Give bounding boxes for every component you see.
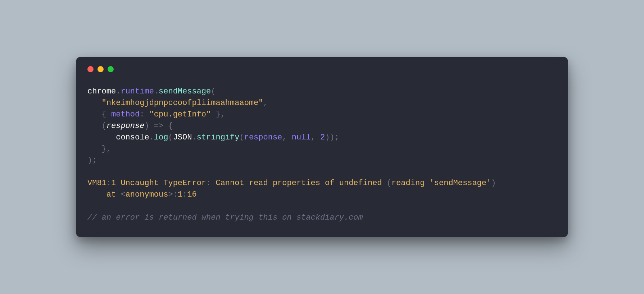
token-punc: ( (387, 179, 391, 188)
token-punc: > (168, 190, 173, 199)
space (149, 121, 154, 130)
token-punc: ( (211, 87, 216, 96)
token-call: stringify (197, 133, 240, 142)
token-prop: runtime (121, 87, 154, 96)
token-ident: chrome (87, 87, 116, 96)
token-punc: : (106, 179, 111, 188)
indent (87, 144, 102, 153)
token-ident: JSON (173, 133, 192, 142)
token-punc: ) (144, 121, 149, 130)
token-punc: ); (87, 156, 97, 165)
token-ident: console (116, 133, 149, 142)
indent (87, 121, 102, 130)
token-null: null (292, 133, 311, 142)
token-punc: , (263, 98, 268, 107)
token-call: sendMessage (159, 87, 211, 96)
token-error: reading (391, 179, 430, 188)
space (287, 133, 292, 142)
token-punc: ) (491, 179, 496, 188)
token-punc: )); (325, 133, 339, 142)
token-punc: , (106, 144, 111, 153)
token-error: Cannot read properties of undefined (211, 179, 386, 188)
indent (87, 110, 102, 119)
space (144, 110, 149, 119)
token-punc: : (140, 110, 144, 119)
indent (87, 190, 106, 199)
token-error: anonymous (126, 190, 168, 199)
minimize-icon[interactable] (97, 66, 104, 72)
token-error: 1 (178, 190, 182, 199)
space (316, 133, 320, 142)
token-punc: . (149, 133, 154, 142)
token-punc: < (121, 190, 125, 199)
token-punc: ( (102, 121, 106, 130)
token-string: 'sendMessage' (430, 179, 491, 188)
token-punc: ( (240, 133, 244, 142)
space (163, 121, 168, 130)
token-punc: : (206, 179, 211, 188)
token-punc: { (168, 121, 173, 130)
token-punc: . (116, 87, 121, 96)
token-punc: , (221, 110, 225, 119)
token-arrow: => (154, 121, 163, 130)
token-error: at (106, 190, 121, 199)
token-ident: response (244, 133, 282, 142)
window-titlebar (87, 66, 557, 72)
token-punc: . (192, 133, 196, 142)
token-error: VM81 (87, 179, 106, 188)
token-error: 16 (187, 190, 196, 199)
token-punc: . (154, 87, 159, 96)
close-icon[interactable] (87, 66, 94, 72)
token-param: response (106, 121, 145, 130)
token-comment: // an error is returned when trying this… (87, 213, 363, 222)
token-error: 1 (111, 179, 116, 188)
token-key: method (106, 110, 140, 119)
terminal-window: chrome.runtime.sendMessage( "nkeimhogjdp… (76, 57, 568, 237)
token-punc: : (182, 190, 187, 199)
token-punc: } (102, 144, 106, 153)
code-block: chrome.runtime.sendMessage( "nkeimhogjdp… (87, 86, 557, 224)
indent (87, 133, 116, 142)
token-punc: { (102, 110, 106, 119)
token-string: "cpu.getInfo" (149, 110, 211, 119)
token-punc: ( (168, 133, 173, 142)
token-punc: } (211, 110, 220, 119)
indent (87, 98, 102, 107)
token-punc: , (311, 133, 316, 142)
token-number: 2 (320, 133, 325, 142)
token-call: log (154, 133, 168, 142)
maximize-icon[interactable] (108, 66, 114, 72)
token-string: "nkeimhogjdpnpccoofpliimaahmaaome" (102, 98, 263, 107)
token-punc: , (282, 133, 287, 142)
token-error: Uncaught TypeError (116, 179, 206, 188)
token-punc: : (173, 190, 178, 199)
